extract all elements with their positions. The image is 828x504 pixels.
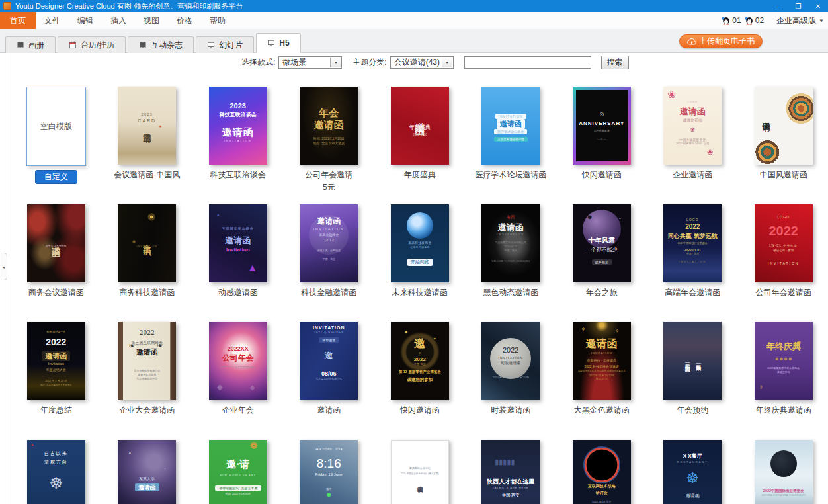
template-thumbnail[interactable]: ❀❀LOGO邀请函诚邀您莅临❀中国大饭店宴会厅2022年6月18日 14:00 … (663, 87, 722, 165)
template-label: 高端年会邀请函 (665, 287, 720, 298)
template-thumbnail[interactable]: INVITATION邀请函医疗学术论坛年会点击查看邀请函详情 (481, 87, 540, 165)
thumbnail-text: 2022-12-26 北京某某国际酒店 (220, 366, 256, 370)
template-card: 邀请函年度盛典2022.1.20年度盛典 (374, 87, 466, 204)
thumbnail-text: ●●●● 中国移动 87% ▮ (315, 448, 342, 450)
thumbnail-text: 诚邀您莅临 (777, 371, 790, 374)
menu-item-file[interactable]: 文件 (36, 12, 69, 29)
customize-button[interactable]: 自定义 (35, 170, 77, 184)
thumbnail-text: 诚邀您莅临 (683, 118, 702, 123)
tab-strip: 画册台历/挂历互动杂志幻灯片H5 上传翻页电子书 (0, 29, 828, 53)
menu-item-home[interactable]: 首页 (0, 12, 36, 29)
thumbnail-text: 未来金融峰会 (319, 233, 339, 237)
thumbnail-text: WELCOME TO YOUR CHONGQING (491, 260, 530, 263)
template-thumbnail[interactable]: 邀请函INVITATION (118, 204, 176, 282)
tab-album[interactable]: 画册 (5, 36, 56, 53)
template-thumbnail[interactable]: ◆◆2022XX公司年会2022-12-26 北京某某国际酒店 (209, 322, 267, 400)
tab-label: 台历/挂历 (81, 40, 114, 51)
qq-account-1[interactable]: 01 (722, 16, 741, 25)
close-icon[interactable]: ✕ (808, 0, 828, 12)
book-icon (17, 41, 24, 49)
thumbnail-text: Invitation (226, 247, 250, 253)
template-thumbnail[interactable]: ❁邀·请FOR WORLD IN ART“会呼吸的空气” 主题艺术展时间: 20… (209, 440, 267, 504)
template-thumbnail[interactable]: 有图 设计每一天2022邀请函Invitation年度总结大会2022 年 1 … (27, 322, 85, 400)
dropdown-arrow-icon[interactable]: ▼ (330, 58, 341, 67)
menu-item-view[interactable]: 视图 (135, 12, 168, 29)
template-thumbnail[interactable]: ✦✦邀▼2022中国·北京第 13 届新零售产业博览会诚邀您的参加 (391, 322, 449, 400)
template-thumbnail[interactable]: ✺◗年终庆典❁ ❁ ❁ ❁2022某某集团年终庆典晚会诚邀您莅临 (755, 322, 813, 400)
template-thumbnail[interactable]: 邀请函商务会议通用模板 (27, 204, 85, 282)
template-thumbnail[interactable]: ●2023CARD邀请函 (118, 87, 176, 165)
template-thumbnail[interactable]: 未来科技发布会让未来 不再遥远开始阅览 (391, 204, 449, 282)
thumbnail-text: 年终庆典 (766, 341, 801, 352)
thumbnail-text: 第 13 届新零售产业博览会 (399, 370, 441, 374)
thumbnail-text: 公司年会 (222, 353, 254, 362)
upload-ebook-button[interactable]: 上传翻页电子书 (679, 34, 763, 48)
template-card: X X餐厅RESTAURANT☸邀请函 (647, 440, 739, 504)
template-thumbnail[interactable]: 2023科技互联洽谈会邀请函INVITATION (209, 87, 267, 165)
template-thumbnail[interactable]: ⊙ANNIVERSARY周年盛典邀请— ⊙ — (573, 87, 631, 165)
tab-label: 互动杂志 (151, 40, 183, 51)
search-button[interactable]: 搜索 (601, 56, 629, 69)
tab-h5[interactable]: H5 (256, 33, 300, 53)
thumbnail-text: 邀请函 (498, 222, 524, 233)
menu-item-insert[interactable]: 插入 (102, 12, 135, 29)
plan-dropdown[interactable]: 企业高级版 ▼ (776, 15, 824, 26)
search-input[interactable] (464, 56, 591, 69)
template-thumbnail[interactable]: X X餐厅RESTAURANT☸邀请函 (663, 440, 722, 504)
thumbnail-text: INVITATION (768, 261, 799, 265)
tab-calendar[interactable]: 台历/挂历 (58, 36, 126, 53)
template-thumbnail[interactable]: 邀请函年度盛典2022.1.20 (391, 87, 449, 165)
category-select[interactable]: 会议邀请(43) ▼ (390, 56, 454, 69)
template-thumbnail[interactable]: ▲自古以来掌舵方向☸ (27, 440, 85, 504)
thumbnail-text: 2022.1.20 (413, 132, 427, 136)
template-card: ✦✦邀▼2022中国·北京第 13 届新零售产业博览会诚邀您的参加快闪邀请函 (374, 322, 466, 440)
thumbnail-text: 邀请函 (142, 238, 152, 242)
template-label: 时装邀请函 (491, 405, 530, 416)
tab-slides[interactable]: 幻灯片 (196, 36, 254, 53)
template-thumbnail[interactable]: ▲✦互联网年度高峰会邀请函Invitation (209, 204, 267, 282)
thumbnail-text: 2023 (230, 102, 246, 110)
template-thumbnail[interactable]: 某某高峰会议论坛2021 中国企业家高峰论坛 (第十五届)会议邀请函 (391, 440, 449, 504)
template-thumbnail[interactable]: ❧❧2022第三届互联网峰会邀请函北京有图科技有限公司诚邀您拨冗出席北京国际会议… (118, 322, 176, 400)
menu-item-edit[interactable]: 编辑 (69, 12, 102, 29)
template-card: 互联网技术战略研讨会2022.06.18 北京 (556, 440, 647, 504)
template-thumbnail[interactable]: 有图邀请函INVITATION北京有图文化传媒有限公司2019.06.26中国 … (481, 204, 540, 282)
panel-collapse-handle[interactable]: ◂ (1, 253, 7, 280)
tab-magazine[interactable]: 互动杂志 (128, 36, 194, 53)
tab-label: 幻灯片 (219, 40, 243, 51)
menu-item-help[interactable]: 帮助 (201, 12, 234, 29)
template-thumbnail[interactable]: ✧✧邀请函~ INVITATION ~创新科技 · 年终盛典2022 科技年终会… (573, 322, 631, 400)
template-label: 企业年会 (222, 405, 254, 416)
template-thumbnail[interactable]: ●✦十年风霜一个都不能少故事相见 (573, 204, 631, 282)
template-thumbnail[interactable]: ✦·某某大学邀请函 (118, 440, 176, 504)
dropdown-arrow-icon[interactable]: ▼ (442, 58, 452, 67)
thumbnail-text: 邀·请 (226, 458, 249, 470)
screen-icon (267, 39, 275, 47)
template-thumbnail[interactable]: 二零二一年 农历闰年一年中的第三百五十六天 (663, 322, 722, 400)
template-card: INVITATION2021 QINGLONG诚挚邀请邀08/06北京某某科技有… (284, 322, 375, 440)
template-thumbnail[interactable]: 邀请函 (755, 87, 813, 165)
style-select[interactable]: 微场景 ▼ (278, 56, 342, 69)
template-thumbnail[interactable]: LOGO2022LW·CL 企业年会敬请莅临 · 参加INVITATION (755, 204, 813, 282)
minimize-icon[interactable]: – (768, 0, 788, 12)
template-thumbnail[interactable]: ●●●● 中国移动 87% ▮8:16Friday, 19 June微信⬤ (300, 440, 358, 504)
menu-item-price[interactable]: 价格 (168, 12, 201, 29)
template-thumbnail[interactable]: LOGO2022同心共赢 筑梦远航2022中国科技行业贸易会2022.01.01… (663, 204, 722, 282)
template-thumbnail[interactable]: INVITATION2021 QINGLONG诚挚邀请邀08/06北京某某科技有… (300, 322, 358, 400)
screen-icon (207, 41, 215, 49)
template-thumbnail[interactable]: 互联网技术战略研讨会2022.06.18 北京 (573, 440, 631, 504)
template-thumbnail[interactable]: 2022INVITATION时装邀请函2022 FALL WINTER COLL… (481, 322, 540, 400)
blank-template-thumbnail[interactable]: 空白模版 (26, 87, 86, 166)
restore-icon[interactable]: ❐ (788, 0, 808, 12)
template-label: 年会之旅 (586, 287, 618, 298)
qq-account-2[interactable]: 02 (745, 16, 764, 25)
template-thumbnail[interactable]: 邀请函INVITATION未来金融峰会12.12诚邀人员 · 金融精英中国 · … (300, 204, 358, 282)
template-thumbnail[interactable]: 2022中国国际渔业博览会2022 CHINA INTERNATIONAL FI… (755, 440, 813, 504)
template-thumbnail[interactable]: 年会邀请函时间: 2021年1月20日地点: 北京市xx大酒店 (300, 87, 358, 165)
template-label: 会议邀请函-中国风 (114, 169, 180, 181)
template-thumbnail[interactable]: ▮▮▮▮▮陕西人才都在这里TALENTS ARE HERE中国·西安 (481, 440, 540, 504)
qq-account-1-label: 01 (732, 16, 741, 25)
thumbnail-text: 时间: 2021年1月20日 (313, 136, 345, 140)
book-icon (139, 41, 147, 49)
thumbnail-text: 2022XX (228, 345, 249, 353)
